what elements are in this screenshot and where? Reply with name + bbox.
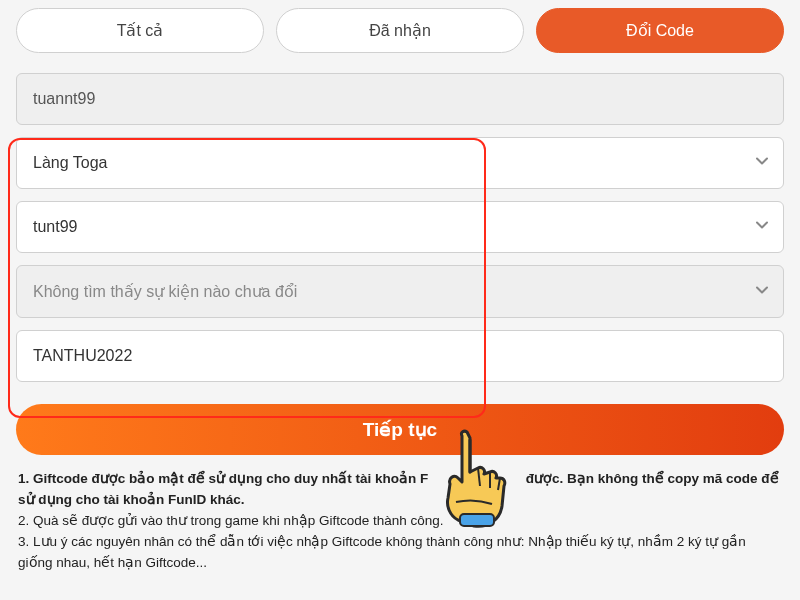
- note-line-1a: 1. Giftcode được bảo mật để sử dụng cho …: [18, 471, 428, 486]
- username-value: tuannt99: [16, 73, 784, 125]
- note-line-2: 2. Quà sẽ được gửi vào thư trong game kh…: [18, 511, 782, 532]
- note-line-3: 3. Lưu ý các nguyên nhân có thể dẫn tới …: [18, 532, 782, 574]
- character-value: tunt99: [16, 201, 784, 253]
- tab-bar: Tất cả Đã nhận Đổi Code: [16, 8, 784, 53]
- continue-button[interactable]: Tiếp tục: [16, 404, 784, 455]
- giftcode-value: TANTHU2022: [16, 330, 784, 382]
- tab-all[interactable]: Tất cả: [16, 8, 264, 53]
- event-select[interactable]: Không tìm thấy sự kiện nào chưa đổi: [16, 265, 784, 318]
- giftcode-field[interactable]: TANTHU2022: [16, 330, 784, 382]
- tab-redeem[interactable]: Đổi Code: [536, 8, 784, 53]
- server-select[interactable]: Làng Toga: [16, 137, 784, 189]
- server-value: Làng Toga: [16, 137, 784, 189]
- event-value: Không tìm thấy sự kiện nào chưa đổi: [16, 265, 784, 318]
- username-field: tuannt99: [16, 73, 784, 125]
- character-select[interactable]: tunt99: [16, 201, 784, 253]
- notes-block: 1. Giftcode được bảo mật để sử dụng cho …: [16, 469, 784, 574]
- tab-received[interactable]: Đã nhận: [276, 8, 524, 53]
